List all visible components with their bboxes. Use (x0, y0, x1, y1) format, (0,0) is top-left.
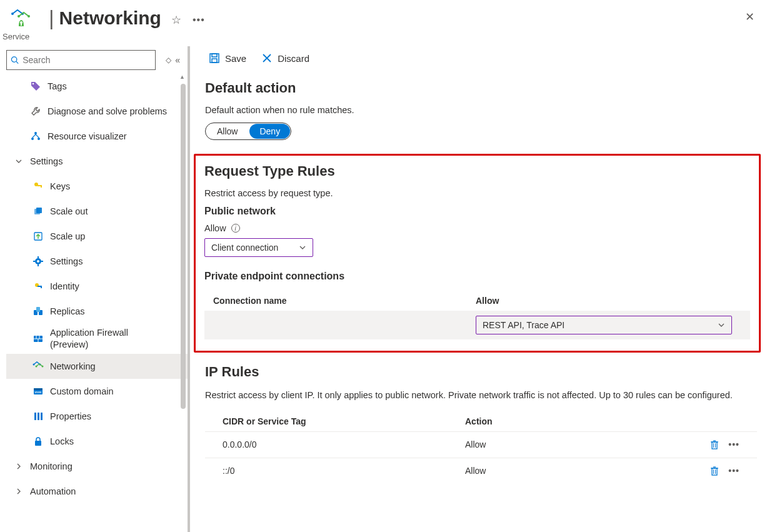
svg-rect-16 (36, 208, 42, 213)
svg-point-11 (38, 138, 40, 140)
delete-rule-button[interactable] (709, 439, 719, 449)
search-box[interactable] (6, 50, 156, 70)
col-cidr: CIDR or Service Tag (223, 416, 465, 426)
sidebar-item-settings[interactable]: Settings (6, 249, 188, 274)
sidebar-item-networking[interactable]: Networking (6, 354, 188, 379)
svg-point-35 (33, 364, 35, 366)
favorite-icon[interactable]: ☆ (171, 13, 181, 27)
sidebar-item-identity[interactable]: Identity (6, 274, 188, 299)
action-cell: Allow (465, 439, 708, 449)
endpoint-allow-dropdown[interactable]: REST API, Trace API (476, 316, 732, 334)
sidebar-item-locks[interactable]: Locks (6, 429, 188, 454)
sidebar-item-label: Resource visualizer (48, 131, 127, 141)
svg-rect-29 (36, 307, 40, 312)
svg-rect-26 (41, 286, 42, 288)
wrench-icon (30, 106, 41, 117)
info-icon[interactable]: i (231, 224, 240, 233)
sidebar-item-label: Networking (50, 361, 96, 371)
sidebar-item-scale-out[interactable]: Scale out (6, 199, 188, 224)
expand-collapse-icon[interactable]: ◇ (166, 56, 171, 64)
default-action-toggle: Allow Deny (205, 123, 291, 140)
ip-rule-row: 0.0.0.0/0 Allow ••• (205, 431, 757, 458)
networking-icon (33, 361, 44, 372)
sidebar-item-label: Properties (50, 411, 91, 421)
svg-point-37 (36, 366, 38, 368)
sidebar-item-replicas[interactable]: Replicas (6, 299, 188, 324)
sidebar-item-properties[interactable]: Properties (6, 404, 188, 429)
sidebar-item-label: Custom domain (50, 386, 114, 396)
svg-rect-20 (38, 256, 39, 258)
sidebar-item-label: Identity (50, 281, 79, 291)
svg-rect-5 (21, 23, 22, 26)
svg-rect-56 (712, 468, 717, 475)
sidebar-item-tags[interactable]: Tags (6, 74, 188, 99)
save-button[interactable]: Save (209, 53, 246, 64)
replicas-icon (33, 306, 44, 317)
sidebar-item-custom-domain[interactable]: www Custom domain (6, 379, 188, 404)
service-logo (10, 8, 33, 30)
resource-visualizer-icon (30, 131, 41, 142)
public-network-allow-dropdown[interactable]: Client connection (204, 238, 313, 257)
sidebar-group-settings[interactable]: Settings (6, 149, 188, 174)
sidebar-item-keys[interactable]: Keys (6, 174, 188, 199)
request-type-rules-highlight: Request Type Rules Restrict access by re… (194, 154, 761, 353)
svg-rect-22 (33, 261, 35, 262)
cidr-cell: ::/0 (223, 466, 465, 476)
sidebar-group-automation[interactable]: Automation (6, 479, 188, 504)
request-type-rules-heading: Request Type Rules (204, 163, 750, 179)
dropdown-value: REST API, Trace API (483, 320, 564, 330)
search-icon (11, 56, 19, 64)
search-input[interactable] (19, 55, 151, 65)
action-cell: Allow (465, 466, 708, 476)
ip-rule-row: ::/0 Allow ••• (205, 458, 757, 484)
svg-point-10 (31, 138, 34, 140)
custom-domain-icon: www (33, 386, 44, 397)
save-icon (209, 53, 220, 64)
sidebar-item-label: Locks (50, 436, 74, 446)
tags-icon (30, 81, 41, 92)
scroll-up-arrow-icon[interactable]: ▲ (179, 74, 185, 80)
page-header: | Networking ☆ ••• Web PubSub Service ✕ (0, 0, 767, 46)
chevron-right-icon (14, 463, 24, 469)
identity-icon (33, 281, 44, 292)
scale-out-icon (33, 206, 44, 217)
row-more-icon[interactable]: ••• (728, 466, 739, 476)
delete-rule-button[interactable] (709, 466, 719, 476)
deny-option[interactable]: Deny (249, 124, 290, 139)
ip-rules-table: CIDR or Service Tag Action 0.0.0.0/0 All… (205, 411, 757, 484)
svg-rect-14 (41, 185, 42, 188)
sidebar-group-monitoring[interactable]: Monitoring (6, 454, 188, 479)
more-icon[interactable]: ••• (193, 14, 205, 26)
sidebar-item-scale-up[interactable]: Scale up (6, 224, 188, 249)
row-more-icon[interactable]: ••• (728, 439, 739, 449)
sidebar-item-resource-visualizer[interactable]: Resource visualizer (6, 124, 188, 149)
chevron-down-icon (718, 321, 725, 329)
allow-label: Allow (204, 223, 226, 233)
sidebar-item-label: Settings (50, 256, 83, 266)
default-action-desc: Default action when no rule matches. (205, 105, 757, 115)
chevron-down-icon (299, 244, 306, 251)
ip-rules-desc: Restrict access by client IP. It only ap… (205, 389, 757, 403)
svg-rect-21 (38, 264, 39, 266)
sidebar-nav: ▲ Tags Diagnose and solve problems (6, 74, 188, 532)
svg-rect-47 (212, 54, 217, 57)
toolbar: Save Discard (205, 53, 757, 64)
default-action-heading: Default action (205, 80, 757, 96)
lock-icon (33, 436, 44, 447)
service-name: Web PubSub Service (0, 28, 205, 41)
sidebar-item-application-firewall[interactable]: Application Firewall (Preview) (6, 324, 188, 354)
allow-option[interactable]: Allow (206, 123, 249, 139)
key-icon (33, 181, 44, 192)
request-type-rules-desc: Restrict access by request type. (204, 188, 750, 198)
svg-rect-45 (35, 441, 41, 446)
sidebar-item-diagnose[interactable]: Diagnose and solve problems (6, 99, 188, 124)
sidebar-item-label: Tags (48, 81, 67, 91)
close-button[interactable]: ✕ (745, 10, 754, 24)
private-endpoints-heading: Private endpoint connections (204, 271, 750, 282)
sidebar-item-label: Replicas (50, 306, 85, 316)
main-content: Save Discard Default action Default acti… (190, 46, 767, 532)
scrollbar-thumb[interactable] (181, 84, 186, 409)
discard-button[interactable]: Discard (261, 53, 309, 64)
svg-rect-51 (712, 442, 717, 449)
collapse-sidebar-icon[interactable]: « (175, 55, 180, 65)
